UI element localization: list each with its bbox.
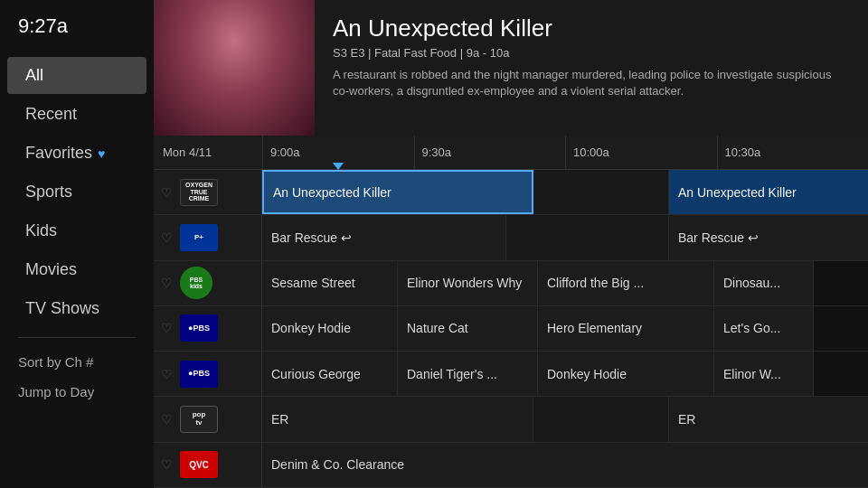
programs-oxygen: An Unexpected Killer An Unexpected Kille… [262,170,868,214]
channel-cell-pbs-kids: ♡ PBSkids [154,261,262,305]
channel-row-pbs-kids[interactable]: ♡ PBSkids Sesame Street Elinor Wonders W… [154,261,868,306]
program-pbs2-3[interactable]: Donkey Hodie [538,352,714,396]
program-pbs2-2[interactable]: Daniel Tiger's ... [398,352,538,396]
time-slots: 9:00a 9:30a 10:00a 10:30a [262,136,868,170]
preview-meta: S3 E3 | Fatal Fast Food | 9a - 10a [333,46,850,60]
program-paramount-2[interactable]: Bar Rescue ↩ [669,215,868,259]
sidebar-item-sports[interactable]: Sports [7,174,146,211]
sidebar-item-favorites[interactable]: Favorites ♥ [7,135,146,172]
programs-paramount: Bar Rescue ↩ Bar Rescue ↩ [262,215,868,259]
program-pop-1[interactable]: ER [262,397,533,441]
main-content: An Unexpected Killer S3 E3 | Fatal Fast … [154,0,868,488]
fav-heart-qvc[interactable]: ♡ [161,457,173,472]
channel-logo-oxygen: OXYGENTRUE CRIME [180,179,218,206]
sort-by-channel[interactable]: Sort by Ch # [0,347,154,377]
program-pbs1-3[interactable]: Hero Elementary [538,306,714,351]
program-pbs1-1[interactable]: Donkey Hodie [262,306,398,351]
channel-row-pbs2[interactable]: ♡ ●PBS Curious George Daniel Tiger's ...… [154,352,868,397]
programs-pbs2: Curious George Daniel Tiger's ... Donkey… [262,352,868,396]
fav-heart-pbs1[interactable]: ♡ [161,321,173,335]
channel-logo-paramount: P+ [180,224,218,251]
program-pbs2-1[interactable]: Curious George [262,352,398,396]
channel-row-pop[interactable]: ♡ poptv ER ER [154,397,868,442]
preview-panel: An Unexpected Killer S3 E3 | Fatal Fast … [154,0,868,136]
fav-heart-pbs-kids[interactable]: ♡ [161,276,173,290]
date-label: Mon 4/11 [154,145,262,159]
sidebar-item-movies[interactable]: Movies [7,251,146,288]
program-pbskids-4[interactable]: Dinosau... [714,261,814,305]
time-slot-10: 10:00a [565,136,717,170]
preview-description: A restaurant is robbed and the night man… [333,67,850,99]
channel-cell-pbs2: ♡ ●PBS [154,352,262,396]
programs-pop: ER ER [262,397,868,441]
jump-to-day[interactable]: Jump to Day [0,377,154,407]
guide: ♡ OXYGENTRUE CRIME An Unexpected Killer … [154,170,868,488]
program-paramount-1[interactable]: Bar Rescue ↩ [262,215,506,259]
sidebar-item-kids[interactable]: Kids [7,212,146,249]
channel-row-pbs1[interactable]: ♡ ●PBS Donkey Hodie Nature Cat Hero Elem… [154,306,868,352]
program-pop-gap [533,397,669,441]
program-paramount-gap [506,215,669,259]
programs-pbs1: Donkey Hodie Nature Cat Hero Elementary … [262,306,868,351]
program-oxygen-gap [533,170,669,214]
channel-cell-paramount: ♡ P+ [154,215,262,259]
program-pop-2[interactable]: ER [669,397,868,441]
channel-row-qvc[interactable]: ♡ QVC Denim & Co. Clearance [154,443,868,488]
program-pbs1-2[interactable]: Nature Cat [398,306,538,351]
channel-logo-pbs-kids: PBSkids [180,267,212,299]
sidebar-item-tvshows[interactable]: TV Shows [7,290,146,327]
preview-image [154,0,315,136]
program-oxygen-2[interactable]: An Unexpected Killer [669,170,868,214]
sidebar-item-all[interactable]: All [7,57,146,94]
favorites-heart-icon: ♥ [98,146,105,161]
fav-heart-pop[interactable]: ♡ [161,412,173,427]
programs-pbs-kids: Sesame Street Elinor Wonders Why Cliffor… [262,261,868,305]
channel-logo-pbs2: ●PBS [180,361,218,388]
channel-row-oxygen[interactable]: ♡ OXYGENTRUE CRIME An Unexpected Killer … [154,170,868,215]
channel-cell-pop: ♡ poptv [154,397,262,441]
time-indicator [333,163,344,170]
sidebar-divider [18,337,136,338]
programs-qvc: Denim & Co. Clearance [262,443,868,487]
preview-thumbnail [154,0,315,136]
program-pbskids-2[interactable]: Elinor Wonders Why [398,261,538,305]
preview-info: An Unexpected Killer S3 E3 | Fatal Fast … [315,0,868,136]
timeline-header: Mon 4/11 9:00a 9:30a 10:00a 10:30a [154,136,868,170]
program-qvc-1[interactable]: Denim & Co. Clearance [262,443,868,487]
program-pbs1-4[interactable]: Let's Go... [714,306,814,351]
channel-cell-oxygen: ♡ OXYGENTRUE CRIME [154,170,262,214]
preview-title: An Unexpected Killer [333,14,850,42]
fav-heart-pbs2[interactable]: ♡ [161,367,173,381]
program-pbs2-4[interactable]: Elinor W... [714,352,814,396]
channel-cell-qvc: ♡ QVC [154,443,262,487]
time-slot-1030: 10:30a [717,136,869,170]
sidebar-item-recent[interactable]: Recent [7,96,146,133]
channel-logo-qvc: QVC [180,451,218,478]
program-pbskids-3[interactable]: Clifford the Big ... [538,261,714,305]
channel-cell-pbs1: ♡ ●PBS [154,306,262,351]
program-pbskids-1[interactable]: Sesame Street [262,261,398,305]
fav-heart-paramount[interactable]: ♡ [161,230,173,245]
current-time: 9:27a [0,14,154,56]
channel-logo-pop: poptv [180,406,218,433]
time-slot-930: 9:30a [414,136,566,170]
channel-logo-pbs1: ●PBS [180,314,218,342]
channel-row-paramount[interactable]: ♡ P+ Bar Rescue ↩ Bar Rescue ↩ [154,215,868,260]
program-oxygen-1[interactable]: An Unexpected Killer [262,170,533,214]
sidebar: 9:27a All Recent Favorites ♥ Sports Kids… [0,0,154,488]
time-slot-9: 9:00a [262,136,414,170]
fav-heart-oxygen[interactable]: ♡ [161,185,173,200]
